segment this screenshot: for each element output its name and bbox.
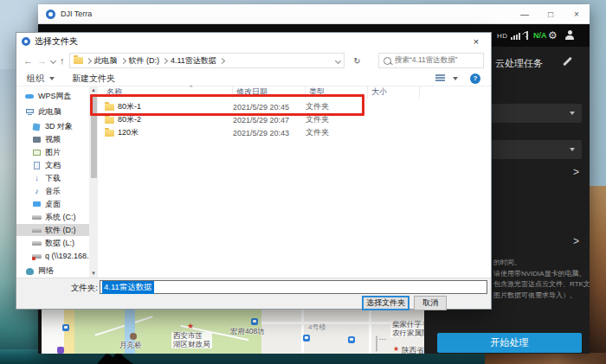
hint-line: 图片数据可依需求导入）。 [493,291,590,302]
bus-stop-icon[interactable] [303,335,310,342]
dialog-footer: 文件夹: 4.11雷达数据 选择文件夹 取消 [16,278,491,309]
desktop-wallpaper-shore [485,353,606,364]
cancel-button[interactable]: 取消 [414,296,447,310]
map-label-bridge: 月亮桥 [119,342,142,350]
file-date: 2021/5/29 20:47 [233,116,289,125]
signal-bars-icon [511,33,520,40]
drive-icon [32,213,42,222]
cloud-icon [25,92,35,101]
bus-stop-icon[interactable] [348,336,355,343]
panel-expand-row-1[interactable]: > [573,166,579,178]
help-icon[interactable]: ? [470,73,480,84]
hint-line: 的时间。 [493,258,590,269]
new-folder-button[interactable]: 新建文件夹 [72,73,115,85]
sidebar-item-network-drive[interactable]: q (\\192.168.3 [16,250,89,262]
scroll-down-icon[interactable]: ▾ [89,269,98,278]
bridge-poi-icon [130,333,137,340]
sidebar-item-this-pc[interactable]: 此电脑 [16,105,89,118]
column-header-size[interactable]: 大小 [368,86,420,99]
back-button[interactable]: ← [23,56,33,66]
select-folder-button[interactable]: 选择文件夹 [362,296,409,310]
network-drive-icon [32,252,42,261]
computer-icon [25,107,35,117]
panel-hint-text: 的时间。 请使用带NVIDIA显卡的电脑。 包含激光雷达点云文件、RTK文 图片… [493,258,590,301]
sidebar-item-label: WPS网盘 [38,91,72,102]
star-poi-icon: ★ [187,322,194,330]
dialog-title: 选择文件夹 [35,35,78,48]
maximize-button[interactable]: □ [538,4,564,23]
window-controls: — □ × [512,4,590,23]
drive-icon [32,239,42,248]
search-placeholder: 搜索“4.11雷达数据” [395,55,458,66]
folder-icon [105,130,114,137]
scroll-up-icon[interactable]: ▴ [89,86,98,94]
sidebar-item-drive-c[interactable]: 系统 (C:) [16,211,89,223]
hint-line: 请使用带NVIDIA显卡的电脑。 [493,269,590,280]
sidebar-item-videos[interactable]: 视频 [16,133,89,145]
file-row-120m[interactable]: 120米 2021/5/29 20:43 文件夹 [98,126,487,139]
forward-button[interactable]: → [37,56,47,66]
chevron-down-icon [570,148,575,151]
search-input[interactable]: 搜索“4.11雷达数据” [378,53,484,68]
start-processing-button[interactable]: 开始处理 [437,333,582,353]
breadcrumb-separator-icon [219,57,225,63]
dialog-navigation-bar: ← → ↑ 此电脑 软件 (D:) 4.11雷达数据 ↻ 搜索“4.11雷达数据… [16,50,491,71]
breadcrumb-item-current-folder[interactable]: 4.11雷达数据 [171,55,216,67]
rtk-status-value: N/A [533,31,547,40]
sidebar-item-drive-l[interactable]: 数据 (L:) [16,237,89,249]
screen: DJI Terra — □ × HD N/A ⚙ 云处理任务 > > 的时间。 … [0,0,606,364]
gear-icon[interactable]: ⚙ [548,30,558,41]
up-button[interactable]: ↑ [60,56,65,66]
dialog-titlebar[interactable]: 选择文件夹 × [16,33,491,50]
address-bar[interactable]: 此电脑 软件 (D:) 4.11雷达数据 [69,53,345,68]
3d-objects-icon [32,122,42,131]
map-label-bank: 柴家什字省 农行家属院 [390,321,424,337]
recent-locations-chevron-icon[interactable] [50,57,56,63]
hd-status-label: HD [497,32,508,40]
map-view[interactable]: 月亮桥 ★ 西安市莲 湖区财政局 宏府408坊 4号楼 柴家什字省 农行家属院 … [42,310,424,354]
network-icon [25,266,35,276]
videos-icon [32,135,42,144]
sidebar-item-label: 3D 对象 [45,121,73,132]
close-window-button[interactable]: × [564,4,590,23]
organize-button[interactable]: 组织 [27,73,44,85]
organize-caret-icon [49,77,55,80]
metro-station-icon[interactable] [57,347,64,354]
sidebar-item-documents[interactable]: 文档 [16,159,89,171]
panel-title: 云处理任务 [495,57,543,70]
select-folder-dialog: 选择文件夹 × ← → ↑ 此电脑 软件 (D:) 4.11雷达数据 ↻ [16,32,492,310]
minimize-button[interactable]: — [512,4,538,23]
breadcrumb-separator-icon [162,57,168,63]
edit-pencil-icon[interactable] [563,57,572,67]
highlight-annotation-rectangle [90,94,364,116]
sidebar-item-wps[interactable]: WPS网盘 [16,90,89,102]
folder-name-value: 4.11雷达数据 [102,281,154,294]
sidebar-item-downloads[interactable]: ↓下载 [16,172,89,184]
sidebar-item-pictures[interactable]: 图片 [16,146,89,158]
address-dropdown-chevron-icon[interactable] [334,57,340,63]
panel-expand-row-2[interactable]: > [573,235,579,247]
breadcrumb-item-this-pc[interactable]: 此电脑 [94,55,118,67]
sidebar-item-music[interactable]: ♪音乐 [16,185,89,197]
breadcrumb-item-drive-d[interactable]: 软件 (D:) [129,55,160,67]
drive-icon [32,226,42,235]
sidebar-item-label: 视频 [45,134,61,145]
download-icon: ↓ [32,174,42,182]
music-icon: ♪ [32,187,42,195]
dji-terra-titlebar[interactable]: DJI Terra — □ × [38,4,590,24]
sidebar-item-desktop[interactable]: 桌面 [16,198,89,210]
sidebar-item-3d-objects[interactable]: 3D 对象 [16,120,89,132]
view-mode-icon[interactable] [435,74,445,82]
sidebar-item-label: 图片 [45,147,61,158]
view-mode-caret-icon[interactable] [453,77,458,80]
dialog-close-button[interactable]: × [461,33,491,50]
dialog-app-icon [22,37,30,46]
sidebar-item-network[interactable]: 网络 [16,265,89,277]
star-poi-icon: ★ [393,346,399,353]
sidebar-item-label: 软件 (D:) [45,225,76,236]
refresh-button[interactable]: ↻ [349,56,366,66]
map-road-yellow [64,310,74,354]
bus-stop-icon[interactable] [62,324,69,331]
folder-name-input[interactable]: 4.11雷达数据 [100,280,487,294]
sidebar-item-drive-d[interactable]: 软件 (D:) [16,224,89,236]
